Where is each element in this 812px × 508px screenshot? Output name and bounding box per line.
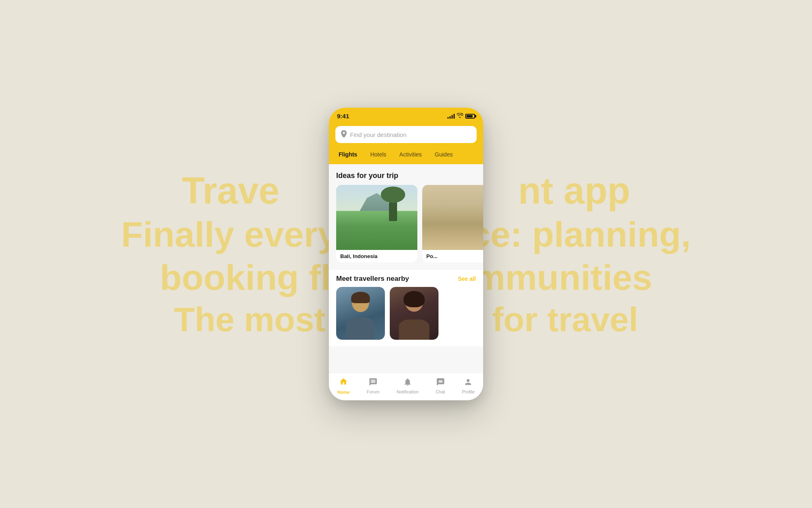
search-area: Find your destination xyxy=(329,123,483,149)
nav-chat[interactable]: Chat xyxy=(436,378,445,394)
search-placeholder[interactable]: Find your destination xyxy=(350,131,406,138)
traveller-card-1[interactable] xyxy=(336,287,385,340)
nav-forum[interactable]: Forum xyxy=(367,378,380,394)
nav-profile-label: Profile xyxy=(462,389,475,394)
bali-image xyxy=(336,185,417,250)
status-bar: 9:41 xyxy=(329,108,483,123)
bali-label: Bali, Indonesia xyxy=(336,250,417,263)
see-all-button[interactable]: See all xyxy=(458,276,476,282)
tab-flights[interactable]: Flights xyxy=(333,149,363,160)
home-icon xyxy=(339,377,348,389)
nav-forum-label: Forum xyxy=(367,389,380,394)
nav-home-label: Home xyxy=(337,390,350,395)
nav-tabs: Flights Hotels Activities Guides xyxy=(329,149,483,164)
wifi-icon xyxy=(457,113,463,119)
content-area: Ideas for your trip Bali, Indonesia Po..… xyxy=(329,164,483,373)
trip-card-second[interactable]: Po... xyxy=(422,185,483,263)
trip-card-bali[interactable]: Bali, Indonesia xyxy=(336,185,417,263)
chat-icon xyxy=(436,378,445,388)
nav-notification-label: Notification xyxy=(397,389,419,394)
signal-icon xyxy=(447,114,455,119)
profile-icon xyxy=(464,378,473,388)
location-pin-icon xyxy=(341,130,347,139)
phone-frame: 9:41 Find your xyxy=(329,108,483,400)
traveller-card-2[interactable] xyxy=(390,287,438,340)
forum-icon xyxy=(369,378,378,388)
bottom-nav: Home Forum Notification xyxy=(329,373,483,400)
tab-guides[interactable]: Guides xyxy=(429,149,458,160)
nav-home[interactable]: Home xyxy=(337,377,350,395)
status-icons xyxy=(447,113,475,119)
tab-hotels[interactable]: Hotels xyxy=(365,149,392,160)
second-destination-image xyxy=(422,185,483,250)
status-time: 9:41 xyxy=(337,113,349,119)
nav-profile[interactable]: Profile xyxy=(462,378,475,394)
nav-notification[interactable]: Notification xyxy=(397,378,419,394)
trip-ideas-title: Ideas for your trip xyxy=(329,164,483,185)
trip-cards-list: Bali, Indonesia Po... xyxy=(329,185,483,270)
second-location-label: Po... xyxy=(422,250,483,263)
search-bar[interactable]: Find your destination xyxy=(335,126,477,143)
notification-icon xyxy=(403,378,412,388)
meet-travellers-header: Meet travellers nearby See all xyxy=(329,270,483,287)
tab-activities[interactable]: Activities xyxy=(394,149,428,160)
nav-chat-label: Chat xyxy=(436,389,445,394)
meet-travellers-title: Meet travellers nearby xyxy=(336,275,409,283)
traveller-cards-list xyxy=(329,287,483,346)
battery-icon xyxy=(465,114,475,119)
